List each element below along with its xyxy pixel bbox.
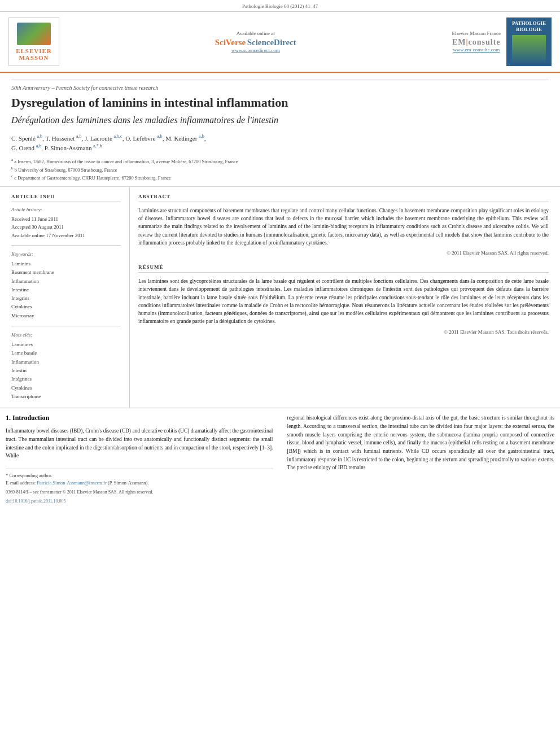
- journal-citation: Pathologie Biologie 60 (2012) 41–47: [242, 3, 318, 9]
- pb-title: PATHOLOGIE BIOLOGIE: [509, 20, 549, 33]
- page: Pathologie Biologie 60 (2012) 41–47 ELSE…: [0, 0, 560, 747]
- divider-2: [11, 326, 121, 326]
- pb-image: [512, 35, 546, 63]
- mot-cle-laminines: Laminines: [11, 340, 121, 349]
- mot-cle-intestin: Intestin: [11, 366, 121, 375]
- introduction-right-text: regional histological differences exist …: [287, 414, 555, 472]
- header-banner: ELSEVIER MASSON Available online at SciV…: [0, 12, 560, 73]
- affiliation-a: a a Inserm, U682, Homeostasis of the tis…: [11, 157, 549, 165]
- available-date: Available online 17 November 2011: [11, 231, 121, 239]
- email-person: (P. Simon-Assmann).: [108, 480, 149, 486]
- sciverse-brand: SciVerse: [215, 38, 246, 47]
- mot-cle-cytokines: Cytokines: [11, 384, 121, 392]
- affiliations: a a Inserm, U682, Homeostasis of the tis…: [11, 157, 549, 182]
- em-url[interactable]: www.em-consulte.com: [453, 47, 500, 53]
- article-header: 50th Anniversary – French Society for co…: [0, 73, 560, 187]
- email-address[interactable]: Patricia.Simon-Assmann@inserm.fr: [37, 480, 107, 486]
- article-history-label: Article history:: [11, 207, 121, 212]
- em-text: EM: [452, 38, 466, 46]
- introduction-left-text: Inflammatory bowel diseases (IBD), Crohn…: [6, 427, 273, 460]
- article-title-en: Dysregulation of laminins in intestinal …: [11, 95, 549, 110]
- consulte-text: consulte: [469, 38, 501, 46]
- mots-cles-label: Mots clés:: [11, 332, 121, 338]
- elsevier-text: ELSEVIER: [16, 47, 52, 54]
- journal-header: Pathologie Biologie 60 (2012) 41–47: [0, 0, 560, 12]
- body-right-column: regional histological differences exist …: [285, 414, 555, 504]
- main-info-abstract: ARTICLE INFO Article history: Received 1…: [0, 187, 560, 408]
- footnotes: * Corresponding author. E-mail address: …: [6, 469, 273, 505]
- mot-cle-inflammation: Inflammation: [11, 358, 121, 366]
- available-text: Available online at: [237, 30, 275, 36]
- resume-text: Les laminines sont des glycoprotéines st…: [138, 277, 549, 326]
- doi-text[interactable]: doi:10.1016/j.patbio.2011.10.005: [6, 499, 66, 504]
- keyword-basement: Basement membrane: [11, 268, 121, 277]
- keyword-intestine: Intestine: [11, 286, 121, 294]
- resume-copyright: © 2011 Elsevier Masson SAS. Tous droits …: [138, 329, 549, 335]
- affiliation-c: c c Department of Gastroenterology, CHRU…: [11, 173, 549, 182]
- elsevier-masson-france-label: Elsevier Masson France: [452, 30, 501, 36]
- abstract-copyright: © 2011 Elsevier Masson SAS. All rights r…: [138, 250, 549, 256]
- accepted-date: Accepted 30 August 2011: [11, 223, 121, 231]
- affiliation-b: b b University of Strasbourg, 67000 Stra…: [11, 165, 549, 174]
- keyword-laminins: Laminins: [11, 260, 121, 268]
- mot-cle-integrines: Intégrines: [11, 375, 121, 383]
- sd-url[interactable]: www.sciencedirect.com: [231, 47, 280, 53]
- masson-text: MASSON: [19, 54, 49, 61]
- article-info-label: ARTICLE INFO: [11, 194, 121, 202]
- copyright-text: 0369-8114/$ – see front matter © 2011 El…: [6, 490, 153, 495]
- mot-cle-lame: Lame basale: [11, 349, 121, 357]
- authors: C. Spenlé a,b, T. Hussenet a,b, J. Lacro…: [11, 133, 549, 152]
- introduction-title: 1. Introduction: [6, 414, 273, 422]
- body-left-column: 1. Introduction Inflammatory bowel disea…: [6, 414, 276, 504]
- keyword-cytokines: Cytokines: [11, 303, 121, 311]
- received-date: Received 11 June 2011: [11, 215, 121, 223]
- abstract-label: ABSTRACT: [138, 194, 549, 202]
- sciencedirect-section: Available online at SciVerse ScienceDire…: [65, 18, 447, 66]
- divider-1: [11, 245, 121, 246]
- em-consulte-section: Elsevier Masson France EM|consulte www.e…: [452, 18, 501, 66]
- keyword-microarray: Microarray: [11, 312, 121, 320]
- keywords-label: Keywords:: [11, 251, 121, 257]
- keyword-inflammation: Inflammation: [11, 277, 121, 286]
- pathologie-biologie-box: PATHOLOGIE BIOLOGIE: [506, 18, 552, 66]
- email-note: E-mail address: Patricia.Simon-Assmann@i…: [6, 479, 273, 487]
- resume-section: RÉSUMÉ Les laminines sont des glycoproté…: [138, 264, 549, 335]
- anniversary-line: 50th Anniversary – French Society for co…: [11, 80, 549, 91]
- resume-label: RÉSUMÉ: [138, 264, 549, 273]
- email-label: E-mail address:: [6, 480, 36, 486]
- sciverse-label: SciVerse ScienceDirect: [215, 38, 296, 47]
- corresponding-note: * Corresponding author.: [6, 472, 273, 479]
- mot-cle-transcriptome: Transcriptome: [11, 392, 121, 401]
- elsevier-masson-logo: ELSEVIER MASSON: [8, 18, 59, 66]
- doi-line: doi:10.1016/j.patbio.2011.10.005: [6, 498, 273, 505]
- em-consulte-label: EM|consulte: [452, 38, 501, 47]
- copyright-doi: 0369-8114/$ – see front matter © 2011 El…: [6, 489, 273, 496]
- logo-graphic: [17, 23, 51, 45]
- body-content: 1. Introduction Inflammatory bowel disea…: [0, 408, 560, 504]
- keyword-integrins: Integrins: [11, 294, 121, 303]
- abstract-column: ABSTRACT Laminins are structural compone…: [130, 187, 554, 408]
- sciencedirect-brand: ScienceDirect: [247, 38, 296, 47]
- abstract-text: Laminins are structural components of ba…: [138, 207, 549, 247]
- article-title-fr: Dérégulation des laminines dans les mala…: [11, 115, 549, 126]
- article-info-column: ARTICLE INFO Article history: Received 1…: [6, 187, 130, 408]
